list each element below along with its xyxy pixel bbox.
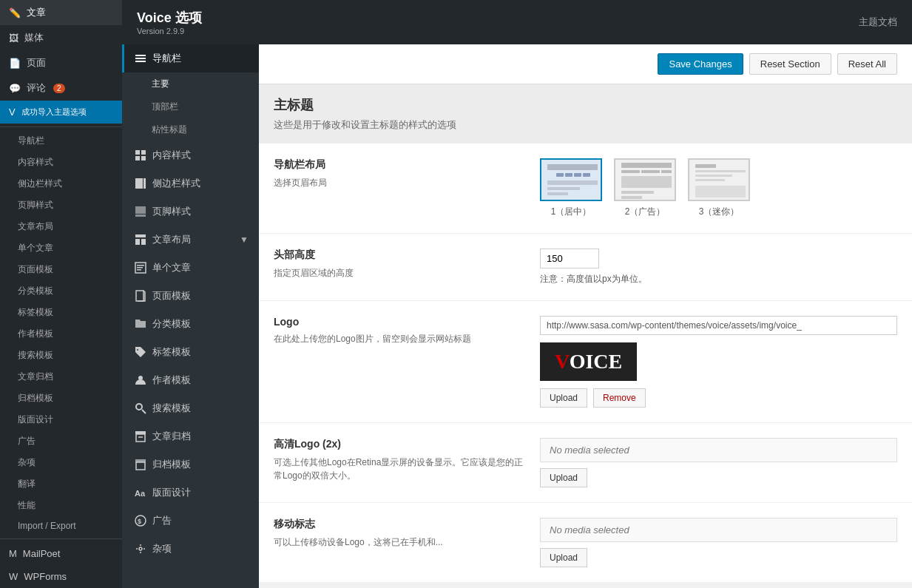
archive2-icon — [135, 459, 146, 470]
options-category[interactable]: 分类模板 — [122, 310, 259, 338]
svg-rect-0 — [135, 55, 146, 56]
content-style-icon — [135, 149, 146, 161]
options-sidebar-style[interactable]: 侧边栏样式 — [122, 169, 259, 197]
logo-2x-media-input[interactable] — [540, 438, 897, 462]
reset-all-button[interactable]: Reset All — [837, 53, 897, 75]
reset-section-button[interactable]: Reset Section — [749, 53, 831, 75]
options-sub-sticky[interactable]: 粘性标题 — [122, 118, 259, 141]
svg-rect-32 — [583, 173, 590, 177]
content-layout: 导航栏 主要 顶部栏 粘性标题 内容样式 侧边栏样式 页脚样式 文章布局 ▼ — [122, 44, 912, 588]
sub-performance[interactable]: 性能 — [0, 495, 122, 516]
svg-rect-34 — [547, 187, 580, 190]
sub-category[interactable]: 分类模板 — [0, 280, 122, 302]
logo-desc: 在此处上传您的Logo图片，留空则会显示网站标题 — [274, 332, 525, 345]
author-icon — [135, 374, 146, 386]
sidebar-item-posts[interactable]: ✏️ 文章 — [0, 0, 122, 25]
layout-option-3[interactable]: 3（迷你） — [688, 158, 750, 218]
options-archive2[interactable]: 归档模板 — [122, 450, 259, 479]
logo-2x-control: Upload — [540, 438, 897, 487]
options-content-style[interactable]: 内容样式 — [122, 141, 259, 169]
mailpoet-icon: M — [9, 548, 17, 559]
save-button[interactable]: Save Changes — [658, 53, 743, 75]
options-single[interactable]: 单个文章 — [122, 254, 259, 282]
sub-import-export[interactable]: Import / Export — [0, 516, 122, 535]
options-article-layout[interactable]: 文章布局 ▼ — [122, 226, 259, 254]
sub-nav[interactable]: 导航栏 — [0, 130, 122, 152]
section-title: 主标题 — [274, 96, 897, 114]
layout-option-1[interactable]: 1（居中） — [540, 158, 602, 218]
single-icon — [135, 262, 146, 274]
sub-article-layout[interactable]: 文章布局 — [0, 216, 122, 237]
mobile-logo-buttons: Upload — [540, 548, 897, 567]
options-sub-topbar[interactable]: 顶部栏 — [122, 95, 259, 118]
theme-icon: V — [9, 107, 16, 118]
options-design[interactable]: Aa 版面设计 — [122, 479, 259, 507]
svg-rect-13 — [137, 265, 144, 266]
svg-text:Aa: Aa — [135, 489, 146, 498]
misc-icon — [135, 543, 146, 555]
header-height-control: 注意：高度值以px为单位。 — [540, 249, 897, 285]
logo-upload-button[interactable]: Upload — [540, 388, 587, 408]
footer-icon — [135, 206, 146, 217]
options-tags[interactable]: 标签模板 — [122, 338, 259, 366]
options-archive[interactable]: 文章归档 — [122, 422, 259, 450]
logo-v: V — [555, 350, 570, 373]
mobile-logo-label: 移动标志 — [274, 518, 525, 531]
mobile-logo-desc: 可以上传移动设备Logo，这将已在手机和... — [274, 535, 525, 549]
options-nav[interactable]: 导航栏 — [122, 44, 259, 72]
mobile-logo-control: Upload — [540, 518, 897, 567]
svg-rect-1 — [135, 58, 146, 59]
sub-misc[interactable]: 杂项 — [0, 452, 122, 473]
sub-page-template[interactable]: 页面模板 — [0, 259, 122, 280]
mobile-logo-media-input[interactable] — [540, 518, 897, 542]
option-label-col-logo: Logo 在此处上传您的Logo图片，留空则会显示网站标题 — [274, 316, 525, 408]
logo-2x-label: 高清Logo (2x) — [274, 438, 525, 451]
logo-2x-upload-button[interactable]: Upload — [540, 468, 587, 487]
tags-icon — [135, 346, 146, 358]
sub-design[interactable]: 版面设计 — [0, 409, 122, 430]
svg-rect-49 — [695, 186, 746, 197]
layout-option-2[interactable]: 2（广告） — [614, 158, 676, 218]
theme-doc-link[interactable]: 主题文档 — [859, 16, 897, 29]
sub-sidebar[interactable]: 侧边栏样式 — [0, 173, 122, 195]
sub-tags[interactable]: 标签模板 — [0, 302, 122, 323]
options-author[interactable]: 作者模板 — [122, 366, 259, 394]
svg-rect-2 — [135, 61, 146, 62]
sub-footer[interactable]: 页脚样式 — [0, 195, 122, 216]
sidebar-item-wpforms[interactable]: W WPForms — [0, 565, 122, 588]
sub-content[interactable]: 内容样式 — [0, 152, 122, 173]
header-height-input[interactable] — [540, 249, 599, 268]
svg-point-26 — [139, 547, 142, 550]
sub-single[interactable]: 单个文章 — [0, 237, 122, 259]
sidebar-divider — [0, 126, 122, 127]
sub-translate[interactable]: 翻译 — [0, 473, 122, 495]
logo-remove-button[interactable]: Remove — [593, 388, 646, 408]
mobile-logo-upload-button[interactable]: Upload — [540, 548, 587, 567]
sidebar-item-pages[interactable]: 📄 页面 — [0, 50, 122, 75]
logo-preview: VOICE — [540, 342, 897, 381]
sub-ads[interactable]: 广告 — [0, 430, 122, 452]
option-row-header-height: 头部高度 指定页眉区域的高度 注意：高度值以px为单位。 — [259, 234, 912, 301]
sub-archive[interactable]: 文章归档 — [0, 366, 122, 388]
options-ads[interactable]: $ 广告 — [122, 507, 259, 535]
options-page-template[interactable]: 页面模板 — [122, 282, 259, 310]
sidebar-item-comments[interactable]: 💬 评论 2 — [0, 75, 122, 101]
logo-url-input[interactable] — [540, 316, 897, 335]
svg-rect-9 — [135, 234, 146, 237]
options-toolbar: Save Changes Reset Section Reset All — [259, 44, 912, 84]
sidebar-item-mailpoet[interactable]: M MailPoet — [0, 542, 122, 565]
options-misc[interactable]: 杂项 — [122, 535, 259, 563]
sub-author[interactable]: 作者模板 — [0, 323, 122, 345]
header-height-desc: 指定页眉区域的高度 — [274, 266, 525, 280]
svg-rect-43 — [621, 196, 642, 199]
options-footer[interactable]: 页脚样式 — [122, 197, 259, 226]
logo-label: Logo — [274, 316, 525, 328]
options-search[interactable]: 搜索模板 — [122, 394, 259, 422]
options-sub-main[interactable]: 主要 — [122, 72, 259, 95]
sub-archive2[interactable]: 归档模板 — [0, 388, 122, 409]
collapse-icon[interactable]: ▼ — [240, 234, 249, 245]
logo-2x-desc: 可选上传其他Logo在Retina显示屏的设备显示。它应该是您的正常Logo的双… — [274, 456, 525, 482]
sidebar-item-media[interactable]: 🖼 媒体 — [0, 25, 122, 50]
sub-search[interactable]: 搜索模板 — [0, 345, 122, 366]
sidebar-item-theme[interactable]: V 成功导入主题选项 — [0, 101, 122, 124]
